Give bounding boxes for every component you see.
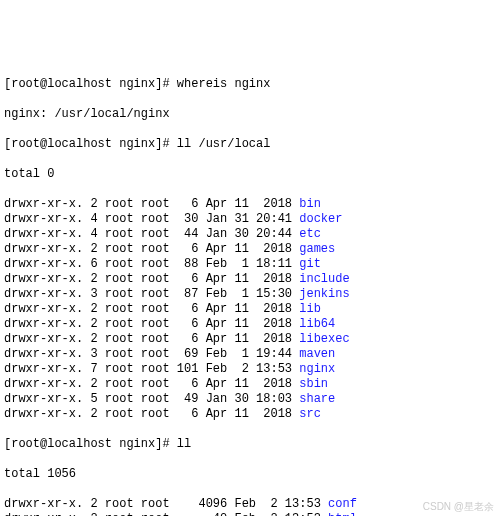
dir-name: docker — [299, 212, 342, 226]
prompt: [root@localhost nginx]# — [4, 137, 177, 151]
dir-name: libexec — [299, 332, 349, 346]
dir-name: nginx — [299, 362, 335, 376]
cmd-whereis: whereis nginx — [177, 77, 271, 91]
list-item: drwxr-xr-x. 2 root root 6 Apr 11 2018 li… — [4, 332, 496, 347]
list-item: drwxr-xr-x. 3 root root 69 Feb 1 19:44 m… — [4, 347, 496, 362]
list-item: drwxr-xr-x. 4 root root 44 Jan 30 20:44 … — [4, 227, 496, 242]
watermark: CSDN @星老余 — [423, 499, 494, 514]
dir-name: html — [328, 512, 357, 516]
terminal-output[interactable]: [root@localhost nginx]# whereis nginx ng… — [4, 62, 496, 516]
list-item: drwxr-xr-x. 2 root root 6 Apr 11 2018 sr… — [4, 407, 496, 422]
total-line: total 1056 — [4, 467, 496, 482]
list-item: drwxr-xr-x. 2 root root 6 Apr 11 2018 li… — [4, 317, 496, 332]
total-line: total 0 — [4, 167, 496, 182]
list-item: drwxr-xr-x. 5 root root 49 Jan 30 18:03 … — [4, 392, 496, 407]
dir-name: maven — [299, 347, 335, 361]
list-item: drwxr-xr-x. 2 root root 6 Apr 11 2018 sb… — [4, 377, 496, 392]
ls-usr-local: drwxr-xr-x. 2 root root 6 Apr 11 2018 bi… — [4, 197, 496, 422]
list-item: drwxr-xr-x. 2 root root 6 Apr 11 2018 in… — [4, 272, 496, 287]
dir-name: sbin — [299, 377, 328, 391]
dir-name: lib — [299, 302, 321, 316]
dir-name: src — [299, 407, 321, 421]
cmd-ll: ll — [177, 437, 191, 451]
dir-name: git — [299, 257, 321, 271]
prompt: [root@localhost nginx]# — [4, 77, 177, 91]
list-item: drwxr-xr-x. 6 root root 88 Feb 1 18:11 g… — [4, 257, 496, 272]
list-item: drwxr-xr-x. 2 root root 6 Apr 11 2018 li… — [4, 302, 496, 317]
whereis-output: nginx: /usr/local/nginx — [4, 107, 496, 122]
list-item: drwxr-xr-x. 7 root root 101 Feb 2 13:53 … — [4, 362, 496, 377]
dir-name: include — [299, 272, 349, 286]
list-item: drwxr-xr-x. 2 root root 6 Apr 11 2018 bi… — [4, 197, 496, 212]
dir-name: bin — [299, 197, 321, 211]
dir-name: games — [299, 242, 335, 256]
dir-name: share — [299, 392, 335, 406]
cmd-ll-usr-local: ll /usr/local — [177, 137, 271, 151]
list-item: drwxr-xr-x. 2 root root 6 Apr 11 2018 ga… — [4, 242, 496, 257]
dir-name: lib64 — [299, 317, 335, 331]
dir-name: conf — [328, 497, 357, 511]
dir-name: jenkins — [299, 287, 349, 301]
list-item: drwxr-xr-x. 4 root root 30 Jan 31 20:41 … — [4, 212, 496, 227]
list-item: drwxr-xr-x. 3 root root 87 Feb 1 15:30 j… — [4, 287, 496, 302]
prompt: [root@localhost nginx]# — [4, 437, 177, 451]
dir-name: etc — [299, 227, 321, 241]
